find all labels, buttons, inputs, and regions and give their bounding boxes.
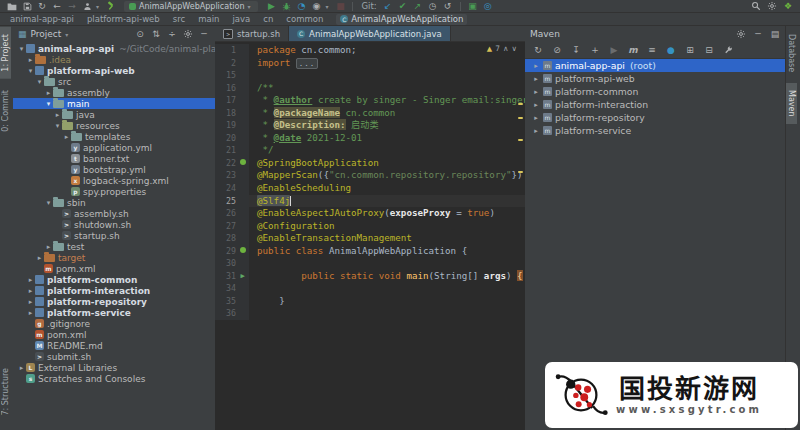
back-icon[interactable]: ←: [51, 0, 63, 12]
editor-line-17[interactable]: 17 * @author create by singer - Singer e…: [215, 94, 525, 107]
tree-row-readme.md[interactable]: MREADME.md: [13, 340, 215, 351]
offline-mode-icon[interactable]: ●: [665, 44, 677, 56]
tree-chevron[interactable]: ▸: [525, 88, 543, 96]
chevron-down-icon[interactable]: ▾: [65, 31, 71, 38]
coverage-icon-caret[interactable]: ▾: [325, 3, 331, 10]
code-area[interactable]: 1package cn.common;2import ...1516/**17 …: [215, 44, 525, 320]
tree-chevron[interactable]: ▸: [26, 309, 35, 317]
tree-chevron[interactable]: ▾: [26, 67, 35, 75]
tree-chevron[interactable]: ▸: [26, 287, 35, 295]
toolwindow-button--commit[interactable]: 0: Commit: [0, 83, 11, 139]
editor-line-1[interactable]: 1package cn.common;: [215, 44, 525, 57]
warning-stripe-mark[interactable]: [518, 103, 523, 105]
tree-chevron[interactable]: ▸: [26, 298, 35, 306]
locate-file-icon[interactable]: ⊙: [134, 28, 146, 40]
tree-row-pom.xml[interactable]: mpom.xml: [13, 329, 215, 340]
collapse-all-icon[interactable]: ÷: [166, 28, 178, 40]
tree-row-java[interactable]: ▸java: [13, 109, 215, 120]
breadcrumb-item[interactable]: main: [198, 14, 219, 24]
coverage-icon[interactable]: ◉: [310, 0, 322, 12]
run-gutter-icon[interactable]: ▶: [240, 272, 244, 280]
rollback-icon[interactable]: ↺: [442, 0, 454, 12]
tree-row-animal-app-api[interactable]: ▾animal-app-api~/GitCode/animal-platform…: [13, 43, 215, 54]
editor-line-27[interactable]: 27@Configuration: [215, 220, 525, 233]
reload-projects-icon[interactable]: ↻: [532, 44, 544, 56]
tree-row-bootstrap.yml[interactable]: ybootstrap.yml: [13, 164, 215, 175]
settings-icon[interactable]: [766, 0, 778, 12]
error-stripe[interactable]: [517, 41, 524, 430]
stop-icon[interactable]: ■: [334, 0, 346, 12]
push-icon[interactable]: ↗: [412, 0, 424, 12]
run-icon[interactable]: ▶: [265, 0, 277, 12]
editor-line-16[interactable]: 16/**: [215, 82, 525, 95]
editor-line-29[interactable]: 29public class AnimalAppWebApplication {: [215, 245, 525, 258]
tree-row-logback-spring.xml[interactable]: xlogback-spring.xml: [13, 175, 215, 186]
breadcrumb-item[interactable]: cn: [263, 14, 273, 24]
run-maven-icon[interactable]: ▶: [608, 44, 620, 56]
warning-stripe-mark[interactable]: [518, 117, 523, 119]
tree-chevron[interactable]: ▸: [26, 56, 35, 64]
update-project-icon[interactable]: ↙: [382, 0, 394, 12]
tree-row-shutdown.sh[interactable]: >shutdown.sh: [13, 219, 215, 230]
tree-chevron[interactable]: ▸: [53, 111, 62, 119]
tree-chevron[interactable]: ▸: [17, 364, 26, 372]
user-icon[interactable]: [81, 0, 93, 12]
skip-tests-icon[interactable]: ⊘: [551, 44, 563, 56]
editor-line-24[interactable]: 24@EnableScheduling: [215, 182, 525, 195]
panel-settings-icon[interactable]: [182, 28, 194, 40]
build-icon[interactable]: [105, 0, 117, 12]
breadcrumb-item[interactable]: common: [286, 14, 323, 24]
maven-tree-row-platform-common[interactable]: ▸mplatform-common: [525, 85, 786, 98]
editor-line-30[interactable]: 30: [215, 257, 525, 270]
hide-panel-icon[interactable]: ─: [198, 28, 210, 40]
project-panel-title[interactable]: Project: [31, 29, 62, 39]
download-sources-icon[interactable]: ↧: [570, 44, 582, 56]
editor-line-26[interactable]: 26@EnableAspectJAutoProxy(exposeProxy = …: [215, 207, 525, 220]
spring-bean-icon[interactable]: [240, 247, 246, 253]
minimize-icon[interactable]: ─: [752, 28, 764, 40]
inspections-widget[interactable]: ▲ 7 ∧ ∨: [487, 44, 517, 53]
editor-line-21[interactable]: 21 */: [215, 144, 525, 157]
tree-row-assembly[interactable]: ▸assembly: [13, 87, 215, 98]
tree-chevron[interactable]: ▸: [44, 243, 53, 251]
execute-goal-icon[interactable]: m: [627, 44, 639, 56]
editor-line-28[interactable]: 28@EnableTransactionManagement: [215, 232, 525, 245]
maven-settings-icon[interactable]: [735, 28, 747, 40]
tree-chevron[interactable]: ▸: [44, 89, 53, 97]
tree-chevron[interactable]: ▸: [62, 133, 71, 141]
sync-icon[interactable]: ↻: [36, 0, 48, 12]
tree-chevron[interactable]: ▸: [525, 114, 543, 122]
breadcrumb-item[interactable]: java: [232, 14, 250, 24]
editor-line-36[interactable]: 36: [215, 307, 525, 320]
warning-stripe-mark[interactable]: [518, 139, 523, 141]
editor-line-23[interactable]: 23@MapperScan({"cn.common.repository.rep…: [215, 169, 525, 182]
tree-row-src[interactable]: ▾src: [13, 76, 215, 87]
save-all-icon[interactable]: [21, 0, 33, 12]
breadcrumb-item[interactable]: animal-app-api: [10, 14, 74, 24]
tree-chevron[interactable]: ▸: [525, 127, 543, 135]
tree-chevron[interactable]: ▾: [17, 45, 26, 53]
tree-chevron[interactable]: ▸: [525, 101, 543, 109]
tree-row-platform-interaction[interactable]: ▸platform-interaction: [13, 285, 215, 296]
tree-row-pom.xml[interactable]: mpom.xml: [13, 263, 215, 274]
toolwindow-button-database[interactable]: Database: [786, 27, 797, 79]
tree-chevron[interactable]: ▾: [44, 199, 53, 207]
tree-row-submit.sh[interactable]: >submit.sh: [13, 351, 215, 362]
editor-line-34[interactable]: 34: [215, 282, 525, 295]
tree-chevron[interactable]: ▾: [44, 100, 53, 108]
editor-line-31[interactable]: 31▶ public static void main(String[] arg…: [215, 270, 525, 283]
editor-line-19[interactable]: 19 * @Description: 启动类: [215, 119, 525, 132]
spring-bean-icon[interactable]: [240, 159, 246, 165]
tree-row-.idea[interactable]: ▸.idea: [13, 54, 215, 65]
tree-row-startup.sh[interactable]: >startup.sh: [13, 230, 215, 241]
tree-row-assembly.sh[interactable]: >assembly.sh: [13, 208, 215, 219]
tree-row-platform-api-web[interactable]: ▾platform-api-web: [13, 65, 215, 76]
run-config-combo[interactable]: AnimalAppWebApplication ▾: [124, 1, 258, 12]
editor-line-20[interactable]: 20 * @date 2021-12-01: [215, 132, 525, 145]
show-profiles-icon[interactable]: ≡: [646, 44, 658, 56]
user-icon-caret[interactable]: ▾: [96, 3, 102, 10]
editor-tab-animalappwebapplication.java[interactable]: CAnimalAppWebApplication.java: [289, 26, 451, 41]
forward-icon[interactable]: →: [66, 0, 78, 12]
editor-line-35[interactable]: 35 }: [215, 295, 525, 308]
search-everywhere-icon[interactable]: [750, 0, 762, 12]
